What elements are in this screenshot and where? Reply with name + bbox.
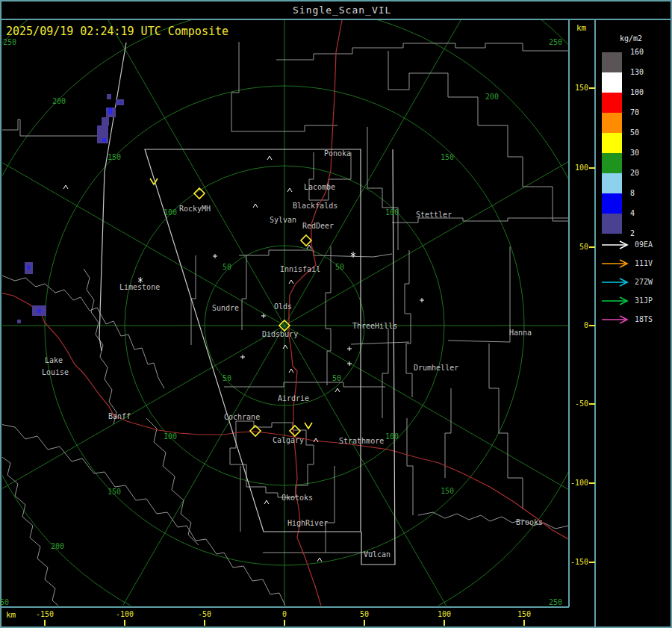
map-label-innisfail: Innisfail [280,265,320,273]
ring-label: 250 [3,38,16,46]
track-arrow-09EA [602,241,627,249]
bottom-axis-label: 0 [268,610,301,618]
map-label-stettler: Stettler [416,211,452,219]
ring-label: 100 [164,208,177,217]
ring-label: 100 [385,208,399,217]
map-label-ponoka: Ponoka [324,149,351,158]
legend-scale-value: 4 [630,209,635,217]
map-label-lake: Lake [45,356,63,364]
legend-scale-value: 8 [630,189,635,197]
right-axis-label: -50 [567,400,588,408]
right-axis-ticks [589,88,595,562]
map-label-banff: Banff [108,412,131,420]
right-axis-label: 50 [567,243,588,251]
legend-swatch [602,72,622,93]
map-label-threehills: ThreeHills [352,322,397,330]
map-label-cochrane: Cochrane [224,413,260,421]
legend-swatch [602,113,622,133]
legend-swatch [602,173,622,193]
map-label-didsbury: Didsbury [262,330,298,338]
track-label-18TS: 18TS [635,315,653,323]
legend-units-label: kg/m2 [620,34,642,43]
radar-app-window: Single_Scan_VIL 2025/09/19 02:24:19 UTC … [0,0,672,628]
window-title: Single_Scan_VIL [293,4,391,16]
timestamp: 2025/09/19 02:24:19 UTC Composite [6,25,228,38]
map-label-sundre: Sundre [212,304,239,312]
legend-scale-value: 30 [630,149,639,157]
ring-label: 150 [108,153,121,161]
right-axis-unit: km [576,23,586,33]
map-label-reddeer: RedDeer [302,222,334,230]
ring-label: 200 [52,97,66,105]
legend-scale-value: 70 [630,108,639,116]
map-label-drumheller: Drumheller [414,364,458,372]
ring-label: 150 [441,153,454,161]
map-label-rockymh: RockyMH [179,205,211,213]
obs-station-markers [63,156,424,562]
ring-label: 50 [335,263,344,271]
map-label-lacombe: Lacombe [304,183,335,191]
bottom-axis-label: 50 [348,610,381,618]
bottom-axis-unit: km [6,610,16,620]
map-label-blackfalds: Blackfalds [293,202,337,210]
ring-label: 250 [549,598,562,606]
legend-swatch [602,52,622,72]
track-arrow-31JP [602,297,627,305]
right-axis-label: 150 [567,84,588,92]
ring-label: 200 [51,542,64,550]
legend-swatch [602,153,622,173]
track-label-31JP: 31JP [635,296,653,305]
ring-label: 250 [0,598,9,606]
ring-label: 50 [223,374,231,382]
ring-label: 100 [385,432,399,441]
map-label-limestone: Limestone [119,283,160,291]
map-label-sylvan: Sylvan [270,216,296,224]
ring-label: 50 [223,263,231,271]
track-label-27ZW: 27ZW [635,278,653,286]
radar-map-canvas[interactable] [0,0,672,628]
map-label-vulcan: Vulcan [364,550,391,559]
legend-scale-value: 50 [630,128,639,137]
track-label-111V: 111V [635,259,653,267]
map-label-highriver: HighRiver [287,519,328,527]
ring-label: 100 [164,432,177,441]
legend-swatch [602,214,622,234]
bottom-axis-label: -150 [28,610,61,618]
right-axis-label: -150 [567,558,588,566]
track-label-09EA: 09EA [635,240,653,249]
map-label-strathmore: Strathmore [339,437,384,445]
map-label-brooks: Brooks [516,518,543,526]
map-label-okotoks: Okotoks [281,494,313,502]
bottom-axis-ticks [45,620,524,626]
bottom-axis-label: 100 [428,610,461,618]
bottom-axis-label: -50 [188,610,221,618]
bottom-axis-label: 150 [508,610,541,618]
right-axis-label: 100 [567,164,588,172]
ring-label: 250 [549,38,562,46]
track-arrow-111V [602,260,627,267]
title-bar[interactable]: Single_Scan_VIL [0,0,672,19]
legend-scale-value: 130 [630,68,644,76]
bottom-axis-label: -100 [108,610,141,618]
track-arrow-18TS [602,316,627,323]
track-arrow-27ZW [602,279,627,286]
map-label-airdrie: Airdrie [278,394,309,402]
map-label-louise: Louise [42,368,69,376]
legend-scale-value: 100 [630,88,644,96]
ring-label: 200 [485,93,499,101]
map-label-hanna: Hanna [509,329,532,337]
map-label-calgary: Calgary [273,436,304,444]
legend-scale-value: 2 [630,229,635,237]
ring-label: 150 [108,488,121,496]
right-axis-label: -100 [567,479,588,487]
legend-swatch [602,133,622,153]
ring-label: 50 [332,374,341,382]
legend-swatch [602,93,622,113]
scan-area-outline [99,43,395,565]
legend-swatch [602,193,622,214]
legend-scale-value: 20 [630,169,639,177]
ring-label: 150 [441,487,454,495]
legend-scale-value: 160 [630,48,644,56]
right-axis-label: 0 [567,321,588,329]
map-label-olds: Olds [274,302,292,311]
